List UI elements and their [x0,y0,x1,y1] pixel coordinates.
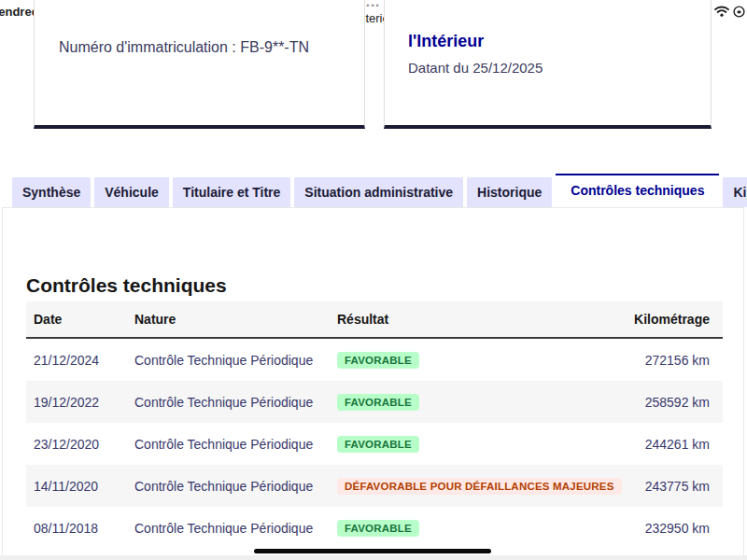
tab-titulaire-et-titre[interactable]: Titulaire et Titre [173,177,291,207]
inspection-date: 19/12/2022 [26,395,127,410]
header-nature: Nature [127,312,330,327]
tab-panel-controles-techniques: Contrôles techniques Date Nature Résulta… [2,207,744,560]
report-date: Datant du 25/12/2025 [408,60,543,76]
result-badge: DÉFAVORABLE POUR DÉFAILLANCES MAJEURES [337,478,622,495]
inspection-date: 08/11/2018 [26,521,127,536]
inspection-nature: Contrôle Technique Périodique [127,353,330,368]
header-kilometrage: Kilométrage [610,312,723,327]
result-badge: FAVORABLE [337,352,419,369]
table-row: 21/12/2024 Contrôle Technique Périodique… [26,339,723,381]
inspection-km: 272156 km [610,353,723,368]
report-title: l'Intérieur [408,32,484,51]
inspection-date: 23/12/2020 [26,437,127,452]
table-row: 19/12/2022 Contrôle Technique Périodique… [26,381,723,423]
header-resultat: Résultat [330,312,610,327]
report-card: l'Intérieur Datant du 25/12/2025 [384,0,712,129]
wifi-icon [714,6,729,17]
inspection-date: 14/11/2020 [26,479,127,494]
section-title: Contrôles techniques [26,274,227,297]
tab-synthese[interactable]: Synthèse [12,177,91,207]
registration-card: Numéro d'immatriculation : FB-9**-TN [34,0,365,129]
result-badge: FAVORABLE [337,520,419,537]
tab-historique[interactable]: Historique [467,177,552,207]
header-date: Date [26,312,127,327]
table-row: 08/11/2018 Contrôle Technique Périodique… [26,507,723,549]
tab-situation-administrative[interactable]: Situation administrative [294,177,463,207]
tab-bar: Synthèse Véhicule Titulaire et Titre Sit… [12,174,747,207]
table-row: 23/12/2020 Contrôle Technique Périodique… [26,423,723,465]
result-badge: FAVORABLE [337,436,419,453]
tab-kilometrage[interactable]: Kilométrage [723,177,747,207]
inspection-nature: Contrôle Technique Périodique [127,395,330,410]
bottom-strip [0,555,747,560]
inspection-km: 244261 km [610,437,723,452]
tab-controles-techniques[interactable]: Contrôles techniques [556,174,719,207]
rotation-lock-icon [733,6,745,18]
inspection-km: 232950 km [610,521,723,536]
inspections-table: Date Nature Résultat Kilométrage 21/12/2… [26,301,723,549]
registration-number: Numéro d'immatriculation : FB-9**-TN [59,39,309,56]
table-header-row: Date Nature Résultat Kilométrage [26,301,723,339]
result-badge: FAVORABLE [337,394,419,411]
inspection-nature: Contrôle Technique Périodique [127,437,330,452]
home-indicator[interactable] [254,549,491,553]
inspection-km: 258592 km [610,395,723,410]
tab-vehicule[interactable]: Véhicule [94,177,169,207]
inspection-date: 21/12/2024 [26,353,127,368]
inspection-nature: Contrôle Technique Périodique [127,479,330,494]
inspection-km: 243775 km [610,479,723,494]
inspection-nature: Contrôle Technique Périodique [127,521,330,536]
table-row: 14/11/2020 Contrôle Technique Périodique… [26,465,723,507]
